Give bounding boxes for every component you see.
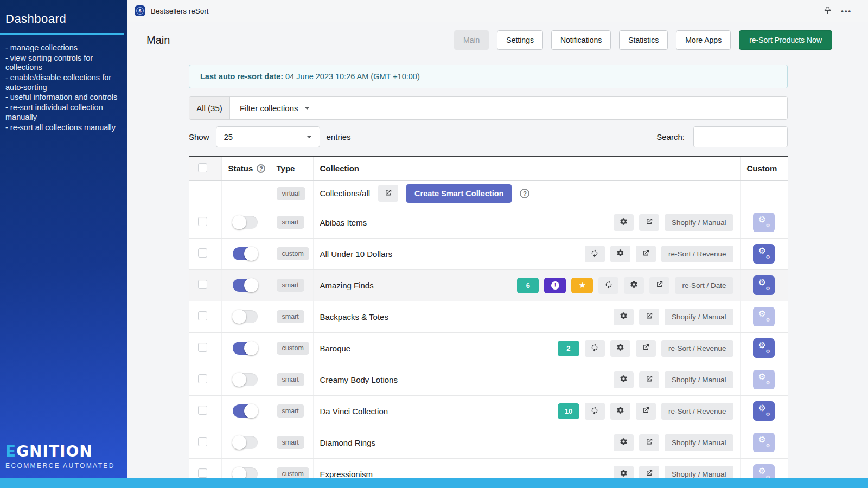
custom-sort-button[interactable]: ⚙⚙ [753,433,775,452]
open-collection-button[interactable] [639,371,659,388]
double-gear-icon: ⚙⚙ [758,469,770,479]
external-link-icon [384,189,392,198]
collection-settings-button[interactable] [614,309,634,325]
entries-label: entries [327,132,351,142]
status-toggle[interactable] [233,216,258,229]
resort-collection-button[interactable] [585,246,605,262]
open-collection-button[interactable] [639,434,659,451]
resort-collection-button[interactable] [598,277,618,294]
status-help-icon[interactable]: ? [257,164,265,173]
double-gear-icon: ⚙⚙ [758,343,770,353]
collection-name: Backpacks & Totes [320,312,388,322]
collection-settings-button[interactable] [614,371,634,388]
custom-sort-button[interactable]: ⚙⚙ [753,307,775,326]
sidebar-item: - enable/disable collections for auto-so… [5,73,122,92]
sort-method-label: re-Sort / Date [675,277,733,294]
gear-icon [620,312,628,322]
collection-settings-button[interactable] [610,403,630,420]
type-badge: smart [277,310,304,323]
nav-button-notifications[interactable]: Notifications [551,30,611,50]
status-toggle[interactable] [233,279,258,292]
custom-sort-button[interactable]: ⚙⚙ [753,401,775,421]
open-collection-button[interactable] [636,403,656,420]
search-input[interactable] [693,126,788,147]
resort-collection-button[interactable] [585,403,605,420]
row-checkbox[interactable] [198,248,207,258]
collection-settings-button[interactable] [610,246,630,262]
row-checkbox[interactable] [198,374,207,383]
filter-tabs-bar: All (35) Filter collections [189,96,788,120]
sort-method-label: Shopify / Manual [665,434,733,451]
collection-row: smartCreamy Body LotionsShopify / Manual… [189,364,788,395]
custom-sort-button[interactable]: ⚙⚙ [753,275,775,295]
row-checkbox[interactable] [198,343,207,352]
open-collection-button[interactable] [636,340,656,357]
open-collection-button[interactable] [649,277,669,294]
status-toggle[interactable] [233,247,258,260]
double-gear-icon: ⚙⚙ [758,375,770,384]
collection-name: Baroque [320,344,351,353]
status-toggle[interactable] [233,373,258,386]
resort-collection-button[interactable] [585,340,605,357]
create-smart-collection-button[interactable]: Create Smart Collection [406,184,512,203]
refresh-icon [590,406,599,416]
nav-button-statistics[interactable]: Statistics [619,30,668,50]
nav-button-settings[interactable]: Settings [497,30,543,50]
help-icon[interactable]: ? [520,189,529,198]
row-checkbox[interactable] [198,406,207,415]
sort-method-label: Shopify / Manual [665,371,733,388]
collection-settings-button[interactable] [614,214,634,231]
double-gear-icon: ⚙⚙ [758,406,770,416]
status-toggle[interactable] [233,342,258,355]
collection-settings-button[interactable] [610,340,630,357]
custom-sort-button[interactable]: ⚙⚙ [753,338,775,358]
overflow-menu-icon[interactable]: ••• [841,7,852,15]
nav-button-main[interactable]: Main [454,30,489,50]
gear-icon [620,438,628,447]
product-count-badge: 10 [558,403,579,419]
row-checkbox[interactable] [198,280,207,289]
select-all-checkbox[interactable] [198,163,207,172]
custom-sort-button[interactable]: ⚙⚙ [753,244,775,264]
open-collection-button[interactable] [636,246,656,262]
row-checkbox[interactable] [198,437,207,446]
sidebar-item: - re-sort individual collection manually [5,103,122,122]
alert-badge[interactable]: ! [544,278,566,293]
external-link-icon [645,217,653,227]
page-size-select[interactable]: 25 [216,126,320,147]
custom-sort-button[interactable]: ⚙⚙ [753,370,775,389]
open-collection-button[interactable] [378,185,398,202]
filter-collections-dropdown[interactable]: Filter collections [230,97,320,119]
sidebar-item: - view sorting controls for collections [5,54,122,73]
collection-header: Collection [313,157,740,180]
row-checkbox[interactable] [198,468,207,478]
pin-icon[interactable] [823,5,832,17]
sidebar-menu: - manage collections- view sorting contr… [0,43,127,132]
tab-all-collections[interactable]: All (35) [189,97,230,119]
custom-sort-button[interactable]: ⚙⚙ [753,213,775,232]
nav-button-more-apps[interactable]: More Apps [676,30,731,50]
type-badge: virtual [277,187,305,200]
sort-method-label: re-Sort / Revenue [661,403,733,420]
gear-icon [630,280,638,290]
collection-name: All Under 10 Dollars [320,249,392,259]
featured-badge[interactable]: ★ [571,278,593,293]
collection-name: Diamond Rings [320,438,376,447]
collection-settings-button[interactable] [614,434,634,451]
status-toggle[interactable] [233,404,258,418]
open-collection-button[interactable] [639,214,659,231]
collection-name: Abibas Items [320,218,367,227]
status-toggle[interactable] [233,436,258,449]
status-toggle[interactable] [233,310,258,323]
collection-settings-button[interactable] [624,277,644,294]
sort-method-label: Shopify / Manual [665,214,733,231]
resort-products-now-button[interactable]: re-Sort Products Now [739,30,832,50]
collection-row: smartAmazing Finds6!★re-Sort / Date⚙⚙ [189,269,788,301]
row-checkbox[interactable] [198,311,207,320]
open-collection-button[interactable] [639,309,659,325]
double-gear-icon: ⚙⚙ [758,438,770,447]
double-gear-icon: ⚙⚙ [758,249,770,259]
sidebar-item: - manage collections [5,43,122,53]
sidebar-item: - useful information and controls [5,93,122,102]
row-checkbox[interactable] [198,217,207,226]
